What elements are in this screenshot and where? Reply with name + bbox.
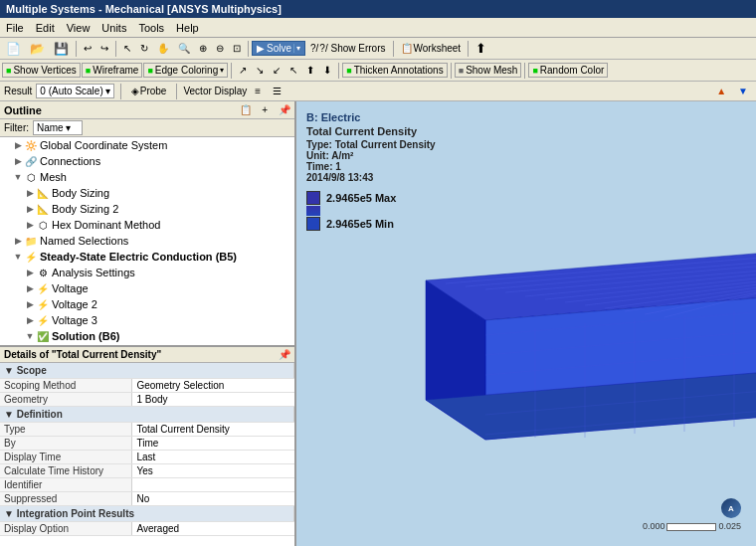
zoom-btn[interactable]: 🔍 bbox=[174, 41, 194, 56]
tree-item-volt2[interactable]: ▶⚡Voltage 2 bbox=[0, 296, 294, 312]
tree-item-bodysize2[interactable]: ▶📐Body Sizing 2 bbox=[0, 201, 294, 217]
tree-item-volt1[interactable]: ▶⚡Voltage bbox=[0, 280, 294, 296]
section-expand-icon[interactable]: ▼ bbox=[4, 409, 17, 420]
redo-btn[interactable]: ↪ bbox=[96, 41, 112, 56]
pan-btn[interactable]: ✋ bbox=[153, 41, 173, 56]
section-label: Integration Point Results bbox=[17, 508, 134, 519]
nav-down-btn[interactable]: ▼ bbox=[734, 84, 752, 98]
prop-key: Display Time bbox=[0, 451, 132, 464]
show-errors-btn[interactable]: ?/ ?/ Show Errors bbox=[306, 41, 389, 56]
vector-icon1-btn[interactable]: ≡ bbox=[251, 84, 265, 98]
ansys-logo: A bbox=[721, 498, 741, 518]
tree-expand-icon[interactable]: ▶ bbox=[24, 220, 36, 230]
view-btn3[interactable]: ↙ bbox=[269, 63, 284, 78]
scale-values: 0.000 0.025 bbox=[643, 521, 741, 531]
section-expand-icon[interactable]: ▼ bbox=[4, 365, 17, 376]
tree-expand-icon[interactable]: ▶ bbox=[24, 204, 36, 214]
view-btn2[interactable]: ↘ bbox=[252, 63, 268, 78]
select-btn[interactable]: ↖ bbox=[119, 41, 135, 56]
title-text: Multiple Systems - Mechanical [ANSYS Mul… bbox=[6, 3, 282, 15]
tree-expand-icon[interactable]: ▶ bbox=[24, 315, 36, 325]
tree-item-sselec[interactable]: ▼⚡Steady-State Electric Conduction (B5) bbox=[0, 249, 294, 265]
tree-expand-icon[interactable]: ▼ bbox=[12, 252, 24, 262]
view-btn6[interactable]: ⬇ bbox=[319, 63, 335, 78]
tree-icon-coord: 🔆 bbox=[24, 138, 38, 152]
probe-btn[interactable]: ◈ Probe bbox=[127, 84, 171, 98]
details-table: ▼ ScopeScoping MethodGeometry SelectionG… bbox=[0, 363, 294, 546]
new-btn[interactable]: 📄 bbox=[2, 40, 25, 58]
tree-item-gcs[interactable]: ▶🔆Global Coordinate System bbox=[0, 137, 294, 153]
tree-item-mesh[interactable]: ▼⬡Mesh bbox=[0, 169, 294, 185]
tree-item-volt3[interactable]: ▶⚡Voltage 3 bbox=[0, 312, 294, 328]
thicken-annotations-btn[interactable]: ■ Thicken Annotations bbox=[342, 63, 448, 78]
cursor-icon-btn[interactable]: ⬆ bbox=[472, 39, 490, 58]
menu-tools[interactable]: Tools bbox=[132, 21, 170, 35]
tree-expand-icon[interactable]: ▶ bbox=[24, 299, 36, 309]
edge-coloring-btn[interactable]: ■ Edge Coloring ▾ bbox=[143, 63, 228, 78]
viewport[interactable]: B: Electric Total Current Density Type: … bbox=[296, 101, 756, 546]
worksheet-btn[interactable]: 📋 Worksheet bbox=[397, 41, 466, 56]
tree-icon-named: 📁 bbox=[24, 234, 38, 248]
fit-btn[interactable]: ⊡ bbox=[229, 41, 245, 56]
tree-expand-icon[interactable]: ▼ bbox=[24, 331, 36, 341]
undo-icon: ↩ bbox=[84, 43, 92, 54]
tree-item-anset[interactable]: ▶⚙Analysis Settings bbox=[0, 265, 294, 280]
tree-expand-icon[interactable]: ▶ bbox=[12, 156, 24, 166]
undo-btn[interactable]: ↩ bbox=[80, 41, 95, 56]
show-mesh-btn[interactable]: ■ Show Mesh bbox=[455, 63, 522, 78]
open-btn[interactable]: 📂 bbox=[26, 40, 49, 58]
mesh-svg bbox=[336, 181, 756, 529]
save-btn[interactable]: 💾 bbox=[50, 40, 73, 58]
tree-label: Steady-State Electric Conduction (B5) bbox=[40, 251, 237, 263]
outline-pin[interactable]: 📌 bbox=[279, 104, 290, 115]
view-btn5[interactable]: ⬆ bbox=[302, 63, 318, 78]
vector-icon2-btn[interactable]: ☰ bbox=[269, 84, 285, 98]
solve-dropdown-arrow[interactable]: ▾ bbox=[293, 44, 300, 53]
menu-view[interactable]: View bbox=[61, 21, 96, 35]
tree-label: Solution (B6) bbox=[52, 330, 119, 342]
tree-expand-icon[interactable]: ▶ bbox=[24, 188, 36, 198]
vector-icon1: ≡ bbox=[255, 86, 261, 96]
menu-file[interactable]: File bbox=[0, 21, 30, 35]
tree-item-bodysize[interactable]: ▶📐Body Sizing bbox=[0, 185, 294, 201]
left-panel: Outline 📋 + 📌 Filter: Name ▾ ▶🔆Global Co… bbox=[0, 101, 296, 546]
outline-collapse-btn[interactable]: 📋 bbox=[237, 103, 255, 116]
nav-up-btn[interactable]: ▲ bbox=[712, 84, 730, 98]
scale-val-0: 0.000 bbox=[643, 521, 665, 531]
tree-item-conn[interactable]: ▶🔗Connections bbox=[0, 153, 294, 169]
tree-label: Hex Dominant Method bbox=[52, 219, 160, 231]
zoom-in-btn[interactable]: ⊕ bbox=[195, 41, 211, 56]
menu-edit[interactable]: Edit bbox=[30, 21, 61, 35]
solve-button[interactable]: ▶ Solve ▾ bbox=[252, 41, 305, 56]
rotate-btn[interactable]: ↻ bbox=[136, 41, 152, 56]
filter-dropdown[interactable]: Name ▾ bbox=[33, 120, 83, 135]
tree-expand-icon[interactable]: ▶ bbox=[12, 140, 24, 150]
vector-display-label: Vector Display bbox=[183, 86, 247, 96]
tree-expand-icon[interactable]: ▶ bbox=[24, 283, 36, 293]
select-icon: ↖ bbox=[123, 43, 131, 54]
menu-help[interactable]: Help bbox=[170, 21, 205, 35]
random-color-btn[interactable]: ■ Random Color bbox=[528, 63, 608, 78]
outline-expand-btn[interactable]: + bbox=[259, 103, 271, 116]
tree-item-solinfo[interactable]: ▶ℹSolution Information bbox=[0, 344, 294, 345]
details-pin[interactable]: 📌 bbox=[279, 349, 290, 360]
view-btn1[interactable]: ↗ bbox=[235, 63, 251, 78]
show-vertices-btn[interactable]: ■ Show Vertices bbox=[2, 63, 81, 78]
tree-expand-icon[interactable]: ▶ bbox=[24, 268, 36, 277]
section-expand-icon[interactable]: ▼ bbox=[4, 508, 17, 519]
tree-expand-icon[interactable]: ▶ bbox=[12, 236, 24, 246]
view-btn4[interactable]: ↖ bbox=[285, 63, 301, 78]
edge-coloring-dropdown[interactable]: ▾ bbox=[220, 66, 224, 75]
tree-item-sol[interactable]: ▼✅Solution (B6) bbox=[0, 328, 294, 344]
menu-units[interactable]: Units bbox=[95, 21, 132, 35]
tree-item-hexdom[interactable]: ▶⬡Hex Dominant Method bbox=[0, 217, 294, 233]
view-icon4: ↖ bbox=[289, 65, 297, 76]
zoom-out-btn[interactable]: ⊖ bbox=[212, 41, 228, 56]
menu-bar: File Edit View Units Tools Help bbox=[0, 18, 756, 38]
tree-expand-icon[interactable]: ▼ bbox=[12, 172, 24, 182]
prop-key: By bbox=[0, 437, 132, 451]
cursor-icon: ⬆ bbox=[475, 41, 486, 56]
wireframe-btn[interactable]: ■ Wireframe bbox=[82, 63, 143, 78]
tree-item-named[interactable]: ▶📁Named Selections bbox=[0, 233, 294, 249]
scale-dropdown[interactable]: 0 (Auto Scale) ▾ bbox=[36, 84, 113, 98]
